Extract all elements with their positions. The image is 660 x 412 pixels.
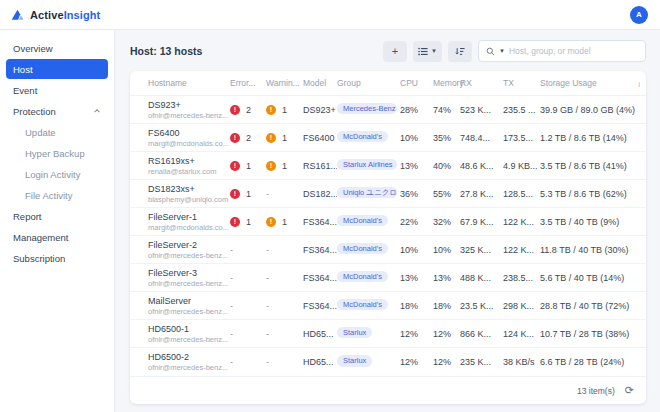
column-header-tx[interactable]: TX xyxy=(503,78,540,88)
column-header-warning[interactable]: Warnin... xyxy=(266,78,303,88)
sort-button[interactable] xyxy=(448,41,472,62)
warning-badge-icon: ! xyxy=(266,105,276,115)
warning-cell: - xyxy=(266,301,303,311)
sidebar-item-management[interactable]: Management xyxy=(6,227,108,247)
group-chip[interactable]: McDonald's xyxy=(337,131,388,143)
table-row[interactable]: FileServer-2 ofnir@mercedes-benz... - - … xyxy=(130,236,646,264)
sidebar-item-event[interactable]: Event xyxy=(6,80,108,100)
sidebar-item-update[interactable]: Update xyxy=(6,122,108,142)
search-filter-caret-icon[interactable]: ▼ xyxy=(499,48,505,54)
group-cell: Starlux xyxy=(337,327,400,341)
cpu-cell: 12% xyxy=(400,329,433,339)
column-header-model[interactable]: Model xyxy=(303,78,337,88)
table-row[interactable]: FileServer-3 ofnir@mercedes-benz... - - … xyxy=(130,264,646,292)
hostname-cell: FileServer-1 margit@mcdonalds.co... xyxy=(148,212,230,232)
tx-cell: 298 K... xyxy=(503,301,540,311)
memory-cell: 74% xyxy=(433,105,460,115)
error-cell: !1 xyxy=(230,188,266,199)
column-header-rx[interactable]: RX xyxy=(460,78,503,88)
error-badge-icon: ! xyxy=(230,105,240,115)
host-owner-email: ofnir@mercedes-benz... xyxy=(148,111,230,120)
group-chip[interactable]: Starlux xyxy=(337,355,372,367)
table-row[interactable]: RS1619xs+ renalla@starlux.com !1 !1 RS16… xyxy=(130,152,646,180)
sidebar-item-label: Management xyxy=(13,232,68,243)
sidebar-item-login-activity[interactable]: Login Activity xyxy=(6,164,108,184)
group-cell: Starlux xyxy=(337,355,400,369)
search-box: ▼ xyxy=(478,40,646,62)
table-row[interactable]: DS923+ ofnir@mercedes-benz... !2 !1 DS92… xyxy=(130,96,646,124)
sidebar-item-label: Report xyxy=(13,211,42,222)
group-chip[interactable]: McDonald's xyxy=(337,299,388,311)
item-count: 13 item(s) xyxy=(577,386,615,396)
warning-cell: - xyxy=(266,189,303,199)
column-header-cpu[interactable]: CPU xyxy=(400,78,433,88)
table-row[interactable]: FS6400 margit@mcdonalds.co... !2 !1 FS64… xyxy=(130,124,646,152)
page-title: Host: 13 hosts xyxy=(130,45,202,57)
column-header-hostname[interactable]: Hostname xyxy=(148,78,230,88)
error-empty: - xyxy=(230,273,233,283)
group-chip[interactable]: Starlux Airlines xyxy=(337,159,397,171)
sidebar-item-label: Event xyxy=(13,85,37,96)
sidebar-item-overview[interactable]: Overview xyxy=(6,38,108,58)
model-cell: HD65... xyxy=(303,329,337,339)
column-header-error[interactable]: Error... xyxy=(230,78,266,88)
table-row[interactable]: FileServer-1 margit@mcdonalds.co... !1 !… xyxy=(130,208,646,236)
table-body: DS923+ ofnir@mercedes-benz... !2 !1 DS92… xyxy=(130,96,646,376)
model-cell: FS364... xyxy=(303,217,337,227)
table-row[interactable]: MailServer ofnir@mercedes-benz... - - FS… xyxy=(130,292,646,320)
search-input[interactable] xyxy=(509,46,638,56)
error-cell: - xyxy=(230,329,266,339)
hostname-cell: HD6500-1 ofnir@mercedes-benz... xyxy=(148,324,230,344)
table-row[interactable]: DS1823xs+ blasphemy@uniqlo.com !1 - DS18… xyxy=(130,180,646,208)
view-mode-button[interactable]: ▼ xyxy=(413,41,442,62)
add-host-button[interactable]: + xyxy=(383,41,407,62)
error-cell: - xyxy=(230,245,266,255)
warning-count: 1 xyxy=(282,217,287,227)
toolbar: + ▼ xyxy=(383,40,646,62)
column-header-group[interactable]: Group xyxy=(337,78,400,88)
table-row[interactable]: HD6500-1 ofnir@mercedes-benz... - - HD65… xyxy=(130,320,646,348)
error-empty: - xyxy=(230,301,233,311)
group-chip[interactable]: Uniqlo ユニクロ xyxy=(337,187,397,199)
cpu-cell: 36% xyxy=(400,189,433,199)
group-chip[interactable]: McDonald's xyxy=(337,271,388,283)
warning-cell: !1 xyxy=(266,160,303,171)
error-cell: !2 xyxy=(230,132,266,143)
group-chip[interactable]: Mercedes-Benz xyxy=(337,103,397,115)
warning-badge-icon: ! xyxy=(266,161,276,171)
error-count: 2 xyxy=(246,133,251,143)
warning-badge-icon: ! xyxy=(266,133,276,143)
error-empty: - xyxy=(230,245,233,255)
group-chip[interactable]: McDonald's xyxy=(337,215,388,227)
group-cell: Uniqlo ユニクロ xyxy=(337,187,400,201)
column-header-memory[interactable]: Memory xyxy=(433,78,460,88)
sidebar-item-subscription[interactable]: Subscription xyxy=(6,248,108,268)
table-row[interactable]: HD6500-2 ofnir@mercedes-benz... - - HD65… xyxy=(130,348,646,376)
cpu-cell: 13% xyxy=(400,161,433,171)
hostname-cell: DS1823xs+ blasphemy@uniqlo.com xyxy=(148,184,230,204)
sidebar-item-protection[interactable]: Protection xyxy=(6,101,108,121)
warning-empty: - xyxy=(266,245,269,255)
warning-cell: !1 xyxy=(266,132,303,143)
group-chip[interactable]: McDonald's xyxy=(337,243,388,255)
user-avatar[interactable]: A xyxy=(630,6,648,24)
activeinsight-logo-icon xyxy=(10,8,25,22)
sidebar: Overview Host Event Protection Update Hy… xyxy=(0,30,115,412)
sidebar-item-hyper-backup[interactable]: Hyper Backup xyxy=(6,143,108,163)
model-cell: DS923+ xyxy=(303,105,337,115)
warning-empty: - xyxy=(266,301,269,311)
sidebar-item-file-activity[interactable]: File Activity xyxy=(6,185,108,205)
cpu-cell: 10% xyxy=(400,245,433,255)
tx-cell: 4.9 KB... xyxy=(503,161,540,171)
group-chip[interactable]: Starlux xyxy=(337,327,372,339)
warning-badge-icon: ! xyxy=(266,217,276,227)
column-header-storage-usage[interactable]: Storage Usage xyxy=(540,78,636,88)
rx-cell: 523 K... xyxy=(460,105,503,115)
host-name: FS6400 xyxy=(148,128,230,139)
sidebar-item-host[interactable]: Host xyxy=(6,59,108,79)
refresh-icon[interactable]: ⟳ xyxy=(625,385,634,396)
warning-cell: !1 xyxy=(266,104,303,115)
sidebar-item-report[interactable]: Report xyxy=(6,206,108,226)
memory-cell: 18% xyxy=(433,301,460,311)
group-cell: McDonald's xyxy=(337,243,400,257)
